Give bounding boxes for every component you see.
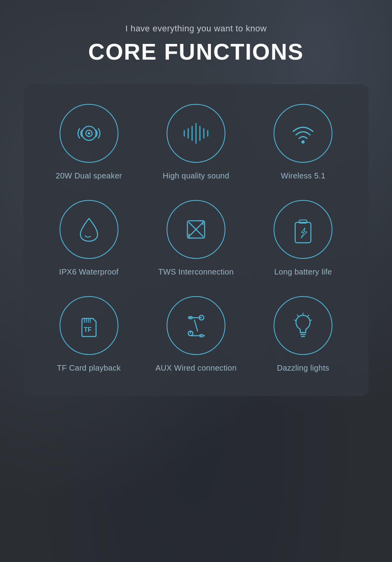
waterproof-label: IPX6 Waterproof — [59, 267, 119, 276]
svg-line-16 — [93, 318, 96, 322]
feature-wireless: Wireless 5.1 — [254, 104, 353, 180]
dual-speaker-icon-circle — [60, 104, 118, 163]
high-quality-sound-label: High quality sound — [163, 171, 229, 180]
svg-text:TF: TF — [84, 326, 92, 333]
svg-line-37 — [310, 320, 312, 320]
tf-card-label: TF Card playback — [57, 364, 121, 373]
svg-line-36 — [308, 315, 309, 316]
lights-icon-circle — [274, 296, 332, 355]
battery-icon — [287, 214, 319, 245]
high-quality-sound-icon-circle — [167, 104, 225, 163]
wifi-icon — [287, 118, 319, 149]
wireless-label: Wireless 5.1 — [281, 171, 326, 180]
tf-card-icon-circle: TF — [60, 296, 118, 355]
svg-point-10 — [301, 140, 305, 144]
battery-label: Long battery life — [274, 267, 332, 276]
aux-icon-circle — [167, 296, 225, 355]
water-drop-icon — [73, 214, 105, 245]
speaker-icon — [73, 118, 105, 149]
feature-aux: AUX Wired connection — [146, 296, 245, 373]
tws-icon-circle — [167, 200, 225, 259]
svg-line-38 — [297, 315, 298, 316]
aux-icon — [180, 310, 212, 341]
features-card: 20W Dual speaker High quality sound — [24, 84, 368, 396]
svg-point-2 — [88, 132, 90, 135]
feature-tf-card: TF TF Card playback — [39, 296, 138, 373]
feature-tws: TWS Interconnection — [146, 200, 245, 276]
feature-waterproof: IPX6 Waterproof — [39, 200, 138, 276]
page-subtitle: I have everything you want to know — [125, 24, 267, 34]
svg-line-26 — [194, 320, 198, 331]
tws-label: TWS Interconnection — [158, 267, 234, 276]
tf-card-icon: TF — [73, 310, 105, 341]
tws-icon — [180, 214, 212, 245]
wireless-icon-circle — [274, 104, 332, 163]
sound-wave-icon — [180, 118, 212, 149]
lights-label: Dazzling lights — [277, 364, 329, 373]
light-bulb-icon — [287, 310, 319, 341]
waterproof-icon-circle — [60, 200, 118, 259]
page-title: CORE FUNCTIONS — [88, 38, 304, 65]
dual-speaker-label: 20W Dual speaker — [56, 171, 122, 180]
feature-battery: Long battery life — [254, 200, 353, 276]
feature-dual-speaker: 20W Dual speaker — [39, 104, 138, 180]
feature-high-quality-sound: High quality sound — [146, 104, 245, 180]
feature-lights: Dazzling lights — [254, 296, 353, 373]
svg-line-39 — [294, 320, 296, 320]
battery-icon-circle — [274, 200, 332, 259]
aux-label: AUX Wired connection — [155, 364, 236, 373]
